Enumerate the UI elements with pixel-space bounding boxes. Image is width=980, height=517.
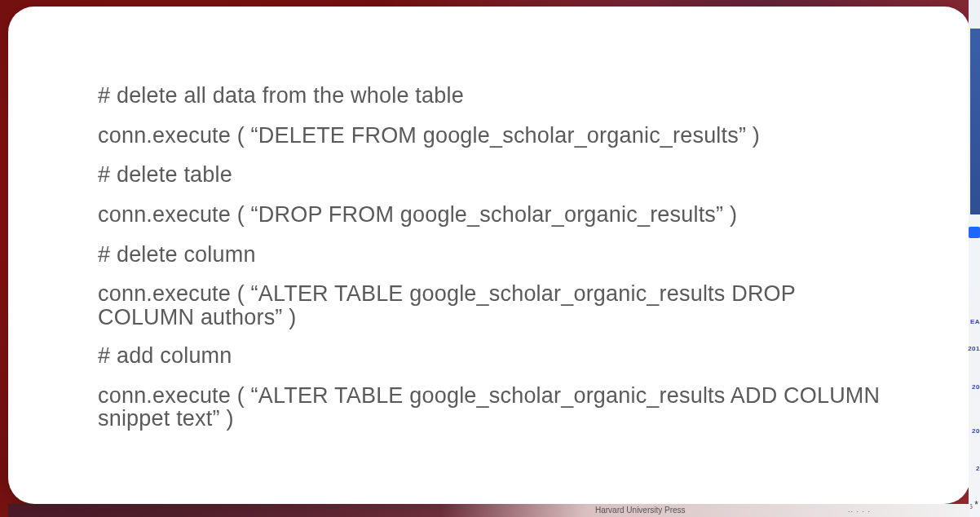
- code-block: # delete all data from the whole table c…: [98, 84, 889, 431]
- peek-label: 2: [976, 465, 980, 472]
- code-line: # delete table: [98, 163, 889, 188]
- peek-label: 20: [972, 383, 980, 391]
- peek-star-icon: *: [974, 499, 978, 510]
- peek-blue-panel: [970, 29, 980, 214]
- code-line: conn.execute ( “DROP FROM google_scholar…: [98, 203, 889, 228]
- code-line: # add column: [98, 344, 889, 369]
- bottom-background-strip: Harvard University Press ·· · · ·: [8, 504, 970, 517]
- decorative-dots: ·· · · ·: [848, 507, 871, 515]
- publisher-text: Harvard University Press: [595, 506, 686, 515]
- code-line: # delete column: [98, 243, 889, 267]
- code-line: conn.execute ( “ALTER TABLE google_schol…: [98, 282, 889, 329]
- peek-label: 201: [968, 345, 980, 352]
- peek-label: EA: [970, 318, 980, 325]
- right-edge-peek: EA 201 20 20 2 76 *: [969, 0, 980, 517]
- code-line: conn.execute ( “ALTER TABLE google_schol…: [98, 384, 889, 431]
- code-line: # delete all data from the whole table: [98, 84, 889, 108]
- peek-label: 20: [972, 427, 980, 435]
- peek-blue-button: [969, 227, 980, 238]
- content-card: # delete all data from the whole table c…: [8, 7, 970, 504]
- code-line: conn.execute ( “DELETE FROM google_schol…: [98, 124, 889, 148]
